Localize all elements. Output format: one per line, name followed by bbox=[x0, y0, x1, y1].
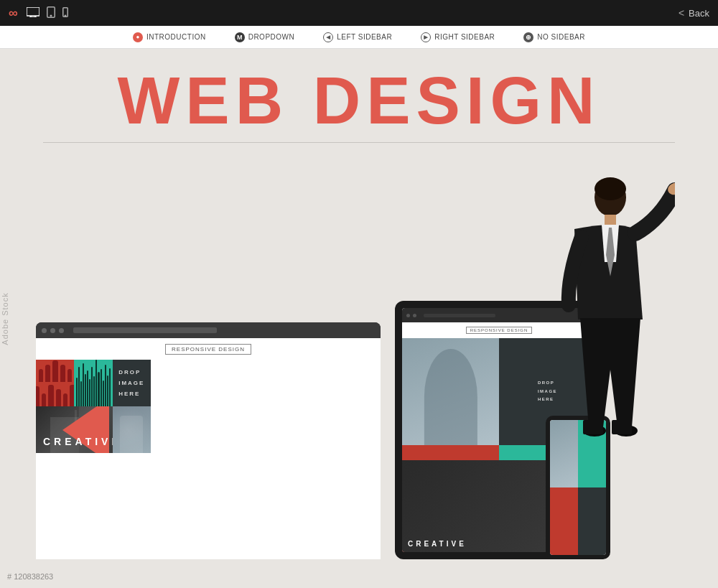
cell-teal-crowd bbox=[74, 360, 112, 406]
sil-8 bbox=[48, 385, 54, 406]
cr-12 bbox=[101, 369, 102, 406]
browser-dot-3 bbox=[59, 328, 64, 333]
tablet-url-bar bbox=[424, 314, 495, 317]
browser-dot-2 bbox=[50, 328, 55, 333]
browser-header-bar: RESPONSIVE DESIGN bbox=[36, 338, 381, 360]
teal-cell-bg bbox=[74, 360, 112, 406]
browser-dot-1 bbox=[42, 328, 47, 333]
person-silhouette bbox=[120, 416, 143, 453]
cr-6 bbox=[87, 370, 88, 406]
stock-number: # 120838263 bbox=[7, 572, 53, 581]
browser-content: RESPONSIVE DESIGN bbox=[36, 338, 381, 559]
cell-reading-person bbox=[113, 406, 151, 453]
cr-16 bbox=[109, 368, 111, 406]
nav-item-introduction[interactable]: ● INTRODUCTION bbox=[133, 32, 206, 42]
nav-dot-no-sidebar: ⊕ bbox=[523, 32, 533, 42]
cr-4 bbox=[83, 363, 84, 406]
sil-9 bbox=[56, 389, 61, 406]
nav-dot-dropdown: M bbox=[235, 32, 245, 42]
cr-8 bbox=[91, 367, 93, 406]
crowd-row bbox=[74, 360, 112, 406]
person-svg bbox=[517, 176, 675, 564]
svg-point-9 bbox=[595, 177, 626, 200]
nav-label-no-sidebar: NO SIDEBAR bbox=[537, 33, 585, 41]
cell-red-people bbox=[36, 360, 74, 406]
svg-rect-15 bbox=[612, 420, 632, 434]
sil-4 bbox=[60, 365, 65, 382]
browser-chrome bbox=[36, 322, 381, 338]
tablet-icon[interactable] bbox=[47, 6, 55, 20]
adobe-watermark: Adobe Stock bbox=[1, 292, 9, 345]
sil-10 bbox=[63, 393, 67, 406]
sil-6 bbox=[36, 386, 39, 406]
sil-row-2 bbox=[36, 385, 74, 406]
cr-1 bbox=[76, 378, 78, 406]
svg-point-7 bbox=[65, 15, 65, 16]
svg-rect-0 bbox=[27, 7, 39, 16]
sil-5 bbox=[67, 369, 72, 382]
tablet-dot-1 bbox=[406, 314, 410, 317]
reading-bg bbox=[113, 406, 151, 453]
tablet-person-shape bbox=[424, 349, 477, 445]
main-content: WEB DESIGN RESPONSIVE DESIGN bbox=[0, 49, 718, 588]
nav-item-no-sidebar[interactable]: ⊕ NO SIDEBAR bbox=[523, 32, 585, 42]
sil-2 bbox=[45, 365, 50, 382]
toolbar-left: ∞ bbox=[9, 6, 68, 21]
nav-item-right-sidebar[interactable]: ► RIGHT SIDEBAR bbox=[421, 32, 495, 42]
infinity-logo[interactable]: ∞ bbox=[9, 6, 17, 21]
cr-10 bbox=[95, 360, 97, 406]
sil-3 bbox=[52, 360, 58, 382]
creative-label: CREATIVE bbox=[43, 436, 113, 447]
cr-13 bbox=[103, 381, 104, 406]
phone-icon[interactable] bbox=[62, 7, 68, 19]
person-figure bbox=[517, 176, 675, 566]
back-button[interactable]: Back bbox=[689, 8, 709, 19]
drop-image-text: DROPIMAGEHERE bbox=[118, 367, 144, 400]
svg-rect-14 bbox=[583, 420, 603, 434]
cr-3 bbox=[80, 381, 82, 406]
toolbar: ∞ bbox=[0, 0, 718, 26]
red-cell-bg bbox=[36, 360, 74, 406]
nav-item-dropdown[interactable]: M DROPDOWN bbox=[235, 32, 295, 42]
title-divider bbox=[43, 142, 675, 143]
nav-label-left-sidebar: LEFT SIDEBAR bbox=[337, 33, 392, 41]
cell-creative: CREATIVE bbox=[36, 406, 113, 453]
nav-dot-right: ► bbox=[421, 32, 431, 42]
nav-label-introduction: INTRODUCTION bbox=[146, 33, 206, 41]
sil-7 bbox=[42, 393, 46, 406]
monitor-icon[interactable] bbox=[27, 7, 39, 19]
cr-9 bbox=[93, 376, 95, 406]
cr-2 bbox=[78, 367, 80, 406]
browser-url-bar bbox=[73, 327, 217, 333]
page-title: WEB DESIGN bbox=[118, 63, 601, 139]
tablet-dot-2 bbox=[413, 314, 416, 317]
navbar: ● INTRODUCTION M DROPDOWN ◄ LEFT SIDEBAR… bbox=[0, 26, 718, 49]
nav-dot-introduction: ● bbox=[133, 32, 143, 42]
cr-15 bbox=[107, 375, 108, 406]
browser-mockup: RESPONSIVE DESIGN bbox=[36, 322, 381, 559]
back-chevron[interactable]: < bbox=[679, 7, 684, 19]
browser-grid: DROPIMAGEHERE CREATIVE bbox=[36, 360, 151, 453]
cr-5 bbox=[85, 374, 86, 406]
nav-dot-left: ◄ bbox=[323, 32, 333, 42]
cr-7 bbox=[89, 379, 90, 406]
device-icons bbox=[27, 6, 68, 20]
nav-label-right-sidebar: RIGHT SIDEBAR bbox=[434, 33, 495, 41]
tablet-cell-person bbox=[402, 338, 499, 445]
responsive-label: RESPONSIVE DESIGN bbox=[165, 344, 251, 355]
svg-point-5 bbox=[50, 15, 52, 17]
sil-1 bbox=[39, 369, 43, 382]
tablet-creative-label: CREATIVE bbox=[408, 540, 467, 548]
cr-14 bbox=[105, 365, 106, 406]
sil-row-1 bbox=[39, 360, 72, 382]
nav-item-left-sidebar[interactable]: ◄ LEFT SIDEBAR bbox=[323, 32, 392, 42]
toolbar-right: < Back bbox=[679, 7, 709, 19]
cr-11 bbox=[98, 372, 99, 406]
nav-label-dropdown: DROPDOWN bbox=[248, 33, 295, 41]
cell-drop-image: DROPIMAGEHERE bbox=[113, 360, 151, 406]
